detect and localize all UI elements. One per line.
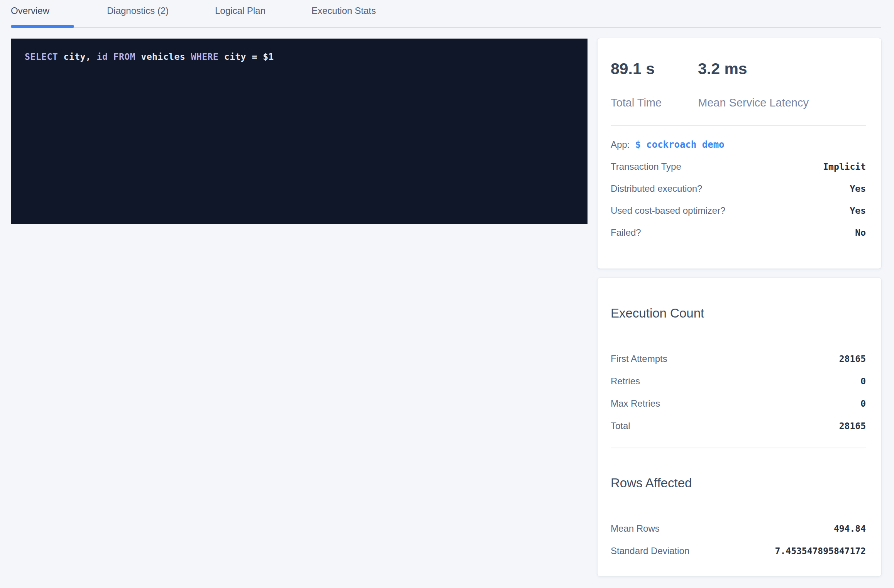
- total-time-stat: 89.1 s Total Time: [611, 60, 698, 109]
- max-retries-row: Max Retries 0: [611, 392, 866, 415]
- app-label: App:: [611, 139, 630, 150]
- tab-bar-divider: [11, 27, 881, 28]
- cost-based-optimizer-value: Yes: [850, 206, 866, 216]
- total-row: Total 28165: [611, 415, 866, 437]
- sql-token: id: [97, 52, 113, 62]
- tab-execution-stats[interactable]: Execution Stats: [312, 5, 376, 16]
- card-divider: [611, 448, 866, 448]
- distributed-execution-row: Distributed execution? Yes: [611, 177, 866, 199]
- app-name-link[interactable]: $ cockroach demo: [635, 139, 724, 150]
- app-row: App: $ cockroach demo: [611, 133, 866, 155]
- failed-label: Failed?: [611, 227, 641, 238]
- total-label: Total: [611, 421, 630, 431]
- statement-attributes: App: $ cockroach demo Transaction Type I…: [611, 126, 866, 243]
- retries-row: Retries 0: [611, 370, 866, 392]
- sql-token: WHERE: [191, 52, 224, 62]
- tab-diagnostics[interactable]: Diagnostics (2): [107, 5, 169, 16]
- rows-affected-title: Rows Affected: [611, 475, 866, 491]
- rows-affected-rows: Mean Rows 494.84 Standard Deviation 7.45…: [611, 517, 866, 562]
- first-attempts-value: 28165: [839, 354, 866, 364]
- transaction-type-label: Transaction Type: [611, 161, 681, 172]
- standard-deviation-row: Standard Deviation 7.453547895847172: [611, 540, 866, 562]
- standard-deviation-value: 7.453547895847172: [775, 546, 866, 556]
- tab-overview[interactable]: Overview: [11, 5, 49, 16]
- distributed-execution-value: Yes: [850, 184, 866, 194]
- overview-summary-card: 89.1 s Total Time 3.2 ms Mean Service La…: [598, 38, 881, 269]
- transaction-type-value: Implicit: [823, 162, 866, 172]
- total-value: 28165: [839, 421, 866, 431]
- mean-rows-value: 494.84: [834, 524, 866, 534]
- sql-token: FROM: [113, 52, 141, 62]
- distributed-execution-label: Distributed execution?: [611, 183, 702, 194]
- mean-rows-label: Mean Rows: [611, 523, 660, 534]
- cost-based-optimizer-label: Used cost-based optimizer?: [611, 205, 725, 216]
- first-attempts-label: First Attempts: [611, 353, 667, 364]
- tab-bar: Overview Diagnostics (2) Logical Plan Ex…: [0, 0, 894, 29]
- mean-rows-row: Mean Rows 494.84: [611, 517, 866, 540]
- retries-value: 0: [860, 376, 866, 386]
- sql-statement-text: SELECT city, id FROM vehicles WHERE city…: [25, 52, 574, 62]
- sql-token: vehicles: [141, 52, 191, 62]
- failed-row: Failed? No: [611, 221, 866, 243]
- failed-value: No: [855, 228, 866, 238]
- active-tab-underline: [11, 25, 74, 28]
- transaction-type-row: Transaction Type Implicit: [611, 155, 866, 177]
- first-attempts-row: First Attempts 28165: [611, 348, 866, 370]
- execution-count-rows: First Attempts 28165 Retries 0 Max Retri…: [611, 348, 866, 437]
- max-retries-value: 0: [860, 399, 866, 409]
- sql-token: SELECT: [25, 52, 63, 62]
- cost-based-optimizer-row: Used cost-based optimizer? Yes: [611, 199, 866, 221]
- mean-service-latency-stat: 3.2 ms Mean Service Latency: [698, 60, 866, 109]
- total-time-value: 89.1 s: [611, 60, 698, 78]
- sql-statement-box: SELECT city, id FROM vehicles WHERE city…: [11, 39, 588, 224]
- tab-logical-plan[interactable]: Logical Plan: [215, 5, 266, 16]
- retries-label: Retries: [611, 376, 640, 387]
- total-time-label: Total Time: [611, 96, 698, 109]
- max-retries-label: Max Retries: [611, 398, 660, 409]
- execution-count-title: Execution Count: [611, 306, 866, 321]
- execution-count-card: Execution Count First Attempts 28165 Ret…: [598, 278, 881, 576]
- sql-token: city = $1: [224, 52, 274, 62]
- mean-service-latency-label: Mean Service Latency: [698, 96, 866, 109]
- standard-deviation-label: Standard Deviation: [611, 546, 689, 556]
- summary-stats: 89.1 s Total Time 3.2 ms Mean Service La…: [611, 60, 866, 109]
- sql-token: city,: [63, 52, 97, 62]
- statement-details-page: Overview Diagnostics (2) Logical Plan Ex…: [0, 0, 894, 588]
- mean-service-latency-value: 3.2 ms: [698, 60, 866, 78]
